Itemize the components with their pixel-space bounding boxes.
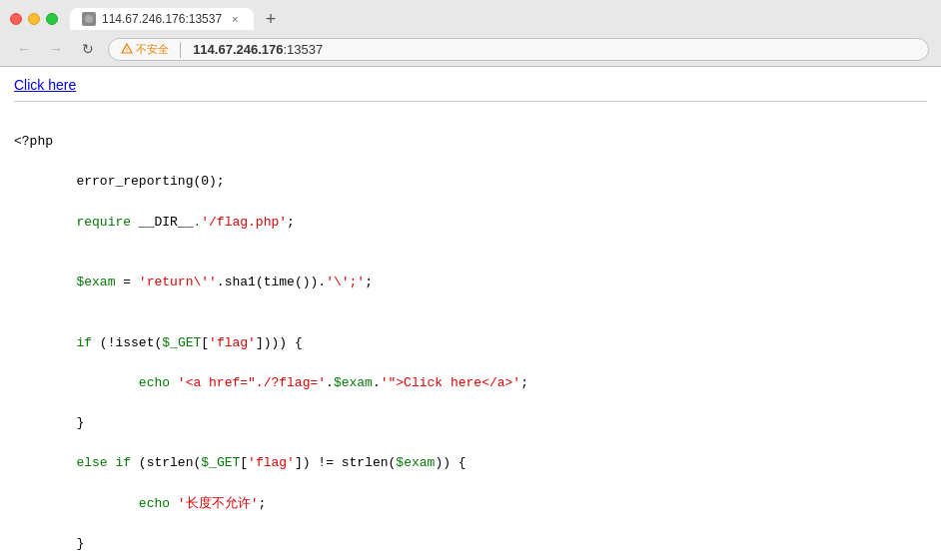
code-line-5: $exam = 'return\''.sha1(time()).'\';'; xyxy=(14,273,927,292)
code-line-2: error_reporting(0); xyxy=(14,172,927,192)
page-content: Click here <?php error_reporting(0); req… xyxy=(0,67,941,560)
svg-point-0 xyxy=(85,15,93,23)
security-warning: ! 不安全 xyxy=(121,42,169,57)
code-line-7: if (!isset($_GET['flag']))) { xyxy=(14,333,927,353)
forward-button[interactable]: → xyxy=(44,37,68,61)
code-line-12: } xyxy=(14,534,927,554)
code-line-9: } xyxy=(14,413,927,433)
page-divider xyxy=(14,101,927,102)
url-divider: │ xyxy=(177,42,185,57)
close-tab-button[interactable]: × xyxy=(228,12,242,26)
address-bar: ← → ↻ ! 不安全 │ 114.67.246.176:13537 xyxy=(0,32,941,66)
code-line-8: echo '<a href="./?flag='.$exam.'">Click … xyxy=(14,373,927,393)
tab-bar: 114.67.246.176:13537 × + xyxy=(0,0,941,32)
minimize-window-button[interactable] xyxy=(28,13,40,25)
url-port: :13537 xyxy=(284,42,324,57)
warning-icon: ! xyxy=(121,43,133,55)
url-display: 114.67.246.176:13537 xyxy=(193,42,323,57)
back-button[interactable]: ← xyxy=(12,37,36,61)
code-block: <?php error_reporting(0); require __DIR_… xyxy=(14,112,927,560)
refresh-button[interactable]: ↻ xyxy=(76,37,100,61)
click-here-link[interactable]: Click here xyxy=(14,77,76,93)
tab-favicon-icon xyxy=(82,12,96,26)
close-window-button[interactable] xyxy=(10,13,22,25)
maximize-window-button[interactable] xyxy=(46,13,58,25)
code-line-10: else if (strlen($_GET['flag']) != strlen… xyxy=(14,453,927,473)
code-line-3: require __DIR__.'/flag.php'; xyxy=(14,213,927,233)
code-line-11: echo '长度不允许'; xyxy=(14,494,927,514)
svg-text:!: ! xyxy=(126,47,128,53)
browser-chrome: 114.67.246.176:13537 × + ← → ↻ ! 不安全 │ 1… xyxy=(0,0,941,67)
traffic-lights xyxy=(10,13,58,25)
insecure-label: 不安全 xyxy=(136,42,169,57)
tab-title: 114.67.246.176:13537 xyxy=(102,12,222,26)
new-tab-button[interactable]: + xyxy=(258,6,284,32)
browser-tab[interactable]: 114.67.246.176:13537 × xyxy=(70,8,254,30)
code-line-1: <?php xyxy=(14,132,927,152)
url-host: 114.67.246.176 xyxy=(193,42,283,57)
address-field[interactable]: ! 不安全 │ 114.67.246.176:13537 xyxy=(108,38,929,61)
